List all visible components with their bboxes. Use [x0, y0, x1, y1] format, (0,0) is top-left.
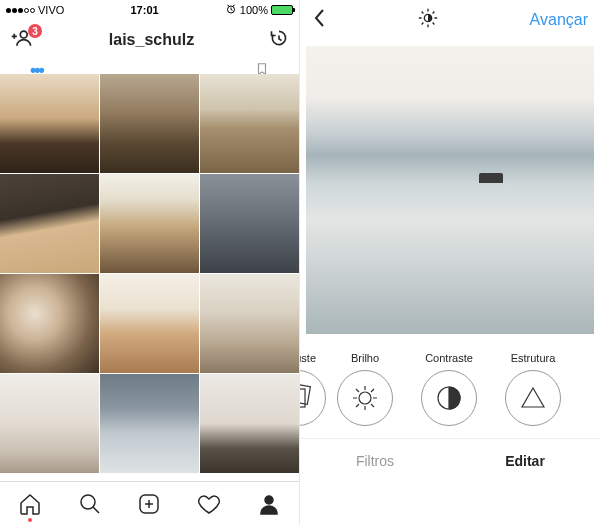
- profile-screen: VIVO 17:01 100% 3 lais_schulz •••: [0, 0, 300, 525]
- photo-thumb[interactable]: [0, 274, 99, 373]
- back-button[interactable]: [312, 8, 326, 32]
- edit-tools[interactable]: Ajuste Brilho Contraste Estrutura: [300, 340, 600, 438]
- tool-brightness[interactable]: Brilho: [330, 352, 400, 426]
- photo-thumb[interactable]: [100, 74, 199, 173]
- photo-grid: [0, 74, 299, 481]
- tool-label: Contraste: [425, 352, 473, 364]
- alarm-icon: [225, 3, 237, 17]
- tab-add[interactable]: [129, 492, 169, 516]
- tab-activity[interactable]: [189, 492, 229, 516]
- battery-icon: [271, 5, 293, 15]
- battery-pct: 100%: [240, 4, 268, 16]
- archive-button[interactable]: [269, 28, 289, 52]
- tool-label: Estrutura: [511, 352, 556, 364]
- username[interactable]: lais_schulz: [109, 31, 194, 49]
- photo-thumb[interactable]: [200, 74, 299, 173]
- edit-header: Avançar: [300, 0, 600, 40]
- tab-profile[interactable]: [249, 492, 289, 516]
- svg-point-4: [265, 496, 273, 504]
- edit-screen: Avançar Ajuste Brilho Contraste Estrutur…: [300, 0, 600, 525]
- profile-header: 3 lais_schulz: [0, 20, 299, 60]
- tab-home[interactable]: [10, 492, 50, 516]
- lux-button[interactable]: [417, 7, 439, 33]
- tool-adjust[interactable]: Ajuste: [300, 352, 316, 426]
- photo-thumb[interactable]: [0, 374, 99, 473]
- carrier-label: VIVO: [38, 4, 64, 16]
- grid-view-tab[interactable]: •••: [30, 60, 43, 74]
- photo-thumb[interactable]: [100, 174, 199, 273]
- tool-structure[interactable]: Estrutura: [498, 352, 568, 426]
- tool-label: Brilho: [351, 352, 379, 364]
- photo-thumb[interactable]: [200, 274, 299, 373]
- svg-point-1: [20, 31, 27, 38]
- photo-thumb[interactable]: [0, 174, 99, 273]
- friend-badge: 3: [28, 24, 42, 38]
- advance-button[interactable]: Avançar: [530, 11, 588, 29]
- view-mode-row: •••: [0, 60, 299, 74]
- mode-filters[interactable]: Filtros: [300, 439, 450, 482]
- photo-thumb[interactable]: [100, 274, 199, 373]
- svg-point-8: [359, 392, 371, 404]
- tool-label: Ajuste: [300, 352, 316, 364]
- photo-thumb[interactable]: [200, 374, 299, 473]
- mode-edit[interactable]: Editar: [450, 439, 600, 482]
- tab-search[interactable]: [70, 492, 110, 516]
- bookmark-tab[interactable]: [255, 60, 269, 74]
- bottom-tabbar: [0, 481, 299, 525]
- photo-preview[interactable]: [306, 46, 594, 334]
- photo-thumb[interactable]: [200, 174, 299, 273]
- svg-point-2: [81, 495, 95, 509]
- photo-thumb[interactable]: [0, 74, 99, 173]
- add-friend-button[interactable]: 3: [10, 29, 34, 51]
- mode-row: Filtros Editar: [300, 438, 600, 482]
- preview-area: [300, 40, 600, 340]
- photo-thumb[interactable]: [100, 374, 199, 473]
- notification-dot-icon: [28, 518, 32, 522]
- status-bar: VIVO 17:01 100%: [0, 0, 299, 20]
- tool-contrast[interactable]: Contraste: [414, 352, 484, 426]
- clock: 17:01: [64, 4, 225, 16]
- signal-icon: [6, 8, 35, 13]
